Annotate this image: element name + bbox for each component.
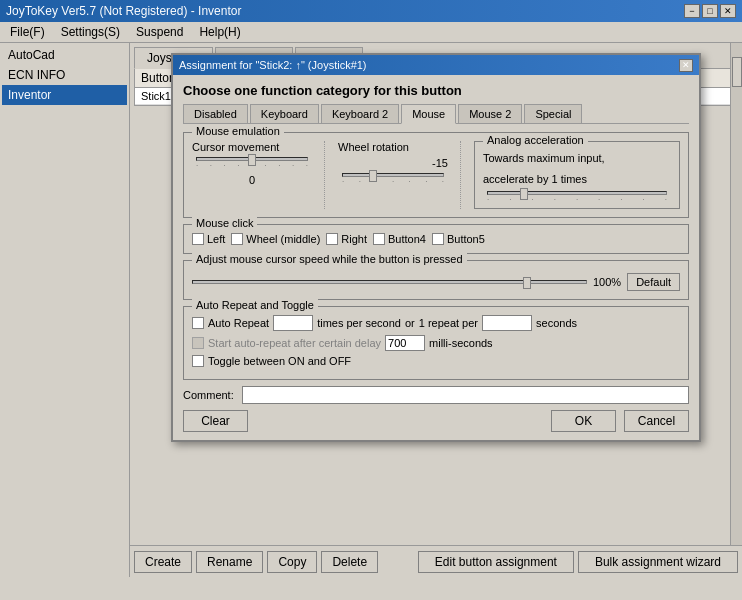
or-label: or [405, 317, 415, 329]
close-button[interactable]: ✕ [720, 4, 736, 18]
checkbox-right-label: Right [341, 233, 367, 245]
ok-button[interactable]: OK [551, 410, 616, 432]
checkbox-left-label: Left [207, 233, 225, 245]
minimize-button[interactable]: − [684, 4, 700, 18]
speed-adjust-section: Adjust mouse cursor speed while the butt… [183, 260, 689, 300]
auto-repeat-row3: Toggle between ON and OFF [192, 355, 680, 367]
sidebar: AutoCad ECN INFO Inventor [0, 43, 130, 577]
checkbox-right: Right [326, 233, 367, 245]
slider-thumb-analog[interactable] [520, 188, 528, 200]
checkbox-button4: Button4 [373, 233, 426, 245]
checkbox-wheel: Wheel (middle) [231, 233, 320, 245]
mouse-emulation-inner: Cursor movement ········· 0 [192, 137, 680, 209]
speed-adjust-label: Adjust mouse cursor speed while the butt… [192, 253, 467, 265]
analog-accel-section: Analog acceleration Towards maximum inpu… [474, 141, 680, 209]
right-content: Joystick 1 Joystick 2 Options Button Fun… [130, 43, 742, 577]
comment-label: Comment: [183, 389, 234, 401]
auto-repeat-row2: Start auto-repeat after certain delay mi… [192, 335, 680, 351]
sidebar-item-ecninfo[interactable]: ECN INFO [2, 65, 127, 85]
checkbox-left-box[interactable] [192, 233, 204, 245]
tab-disabled[interactable]: Disabled [183, 104, 248, 123]
tab-mouse2[interactable]: Mouse 2 [458, 104, 522, 123]
times-per-second-input[interactable] [273, 315, 313, 331]
dialog-overlay: Assignment for "Stick2: ↑" (Joystick#1) … [130, 43, 742, 577]
slider-thumb-wheel[interactable] [369, 170, 377, 182]
divider-dots-2 [460, 141, 462, 209]
analog-accel-slider[interactable]: ········· [483, 191, 671, 204]
millis-label: milli-seconds [429, 337, 493, 349]
tab-mouse[interactable]: Mouse [401, 104, 456, 124]
function-tabs: Disabled Keyboard Keyboard 2 Mouse Mouse… [183, 104, 689, 124]
speed-value: 100% [593, 276, 621, 288]
assignment-dialog: Assignment for "Stick2: ↑" (Joystick#1) … [171, 53, 701, 442]
tab-keyboard[interactable]: Keyboard [250, 104, 319, 123]
millis-input[interactable] [385, 335, 425, 351]
checkbox-button4-box[interactable] [373, 233, 385, 245]
checkbox-button5-label: Button5 [447, 233, 485, 245]
sidebar-item-autocad[interactable]: AutoCad [2, 45, 127, 65]
auto-repeat-label: Auto Repeat and Toggle [192, 299, 318, 311]
checkbox-wheel-box[interactable] [231, 233, 243, 245]
menu-bar: File(F) Settings(S) Suspend Help(H) [0, 22, 742, 43]
auto-repeat-section: Auto Repeat and Toggle Auto Repeat times… [183, 306, 689, 380]
title-bar: JoyToKey Ver5.7 (Not Registered) - Inven… [0, 0, 742, 22]
menu-file[interactable]: File(F) [4, 24, 51, 40]
sidebar-item-inventor[interactable]: Inventor [2, 85, 127, 105]
clear-button[interactable]: Clear [183, 410, 248, 432]
auto-repeat-text: Auto Repeat [208, 317, 269, 329]
dialog-title: Assignment for "Stick2: ↑" (Joystick#1) [179, 59, 367, 71]
speed-adjust-inner: 100% Default [192, 265, 680, 291]
cursor-movement-label: Cursor movement [192, 141, 312, 153]
menu-suspend[interactable]: Suspend [130, 24, 189, 40]
checkbox-button5: Button5 [432, 233, 485, 245]
auto-repeat-checkbox[interactable] [192, 317, 204, 329]
checkbox-left: Left [192, 233, 225, 245]
wheel-rotation-label: Wheel rotation [338, 141, 448, 153]
analog-accel-label: Analog acceleration [483, 134, 588, 146]
tab-keyboard2[interactable]: Keyboard 2 [321, 104, 399, 123]
maximize-button[interactable]: □ [702, 4, 718, 18]
slider-thumb-cursor[interactable] [248, 154, 256, 166]
cancel-button[interactable]: Cancel [624, 410, 689, 432]
wheel-rotation-slider[interactable]: ······· [338, 173, 448, 186]
cursor-movement-slider[interactable]: ········· [192, 157, 312, 170]
dialog-buttons: Clear OK Cancel [183, 410, 689, 432]
speed-default-button[interactable]: Default [627, 273, 680, 291]
checkbox-button5-box[interactable] [432, 233, 444, 245]
mouse-click-label: Mouse click [192, 217, 257, 229]
dialog-body: Choose one function category for this bu… [173, 75, 699, 440]
ok-cancel-group: OK Cancel [551, 410, 689, 432]
cursor-movement-value: 0 [192, 174, 312, 186]
seconds-label: seconds [536, 317, 577, 329]
wheel-rotation-value: -15 [338, 157, 448, 169]
slider-track-wheel[interactable] [342, 173, 444, 177]
cursor-movement-area: Cursor movement ········· 0 [192, 141, 312, 209]
app-title: JoyToKey Ver5.7 (Not Registered) - Inven… [6, 4, 241, 18]
times-per-second-label: times per second [317, 317, 401, 329]
seconds-input[interactable] [482, 315, 532, 331]
checkbox-button4-label: Button4 [388, 233, 426, 245]
checkbox-right-box[interactable] [326, 233, 338, 245]
analog-accel-line1: Towards maximum input, [483, 150, 671, 167]
dialog-heading: Choose one function category for this bu… [183, 83, 689, 98]
window-controls: − □ ✕ [684, 4, 736, 18]
slider-dots-wheel: ······· [338, 177, 448, 186]
repeat-per-label: 1 repeat per [419, 317, 478, 329]
toggle-checkbox[interactable] [192, 355, 204, 367]
auto-repeat-row1: Auto Repeat times per second or 1 repeat… [192, 315, 680, 331]
slider-track-cursor[interactable] [196, 157, 308, 161]
mouse-click-options: Left Wheel (middle) Right [192, 229, 680, 245]
speed-slider-track[interactable] [192, 280, 587, 284]
menu-help[interactable]: Help(H) [193, 24, 246, 40]
comment-row: Comment: [183, 386, 689, 404]
start-delay-checkbox[interactable] [192, 337, 204, 349]
tab-special[interactable]: Special [524, 104, 582, 123]
menu-settings[interactable]: Settings(S) [55, 24, 126, 40]
slider-track-analog[interactable] [487, 191, 667, 195]
dialog-close-button[interactable]: ✕ [679, 59, 693, 72]
divider-dots-1 [324, 141, 326, 209]
start-delay-label: Start auto-repeat after certain delay [208, 337, 381, 349]
speed-slider-thumb[interactable] [523, 277, 531, 289]
slider-dots-analog: ········· [483, 195, 671, 204]
comment-input[interactable] [242, 386, 689, 404]
